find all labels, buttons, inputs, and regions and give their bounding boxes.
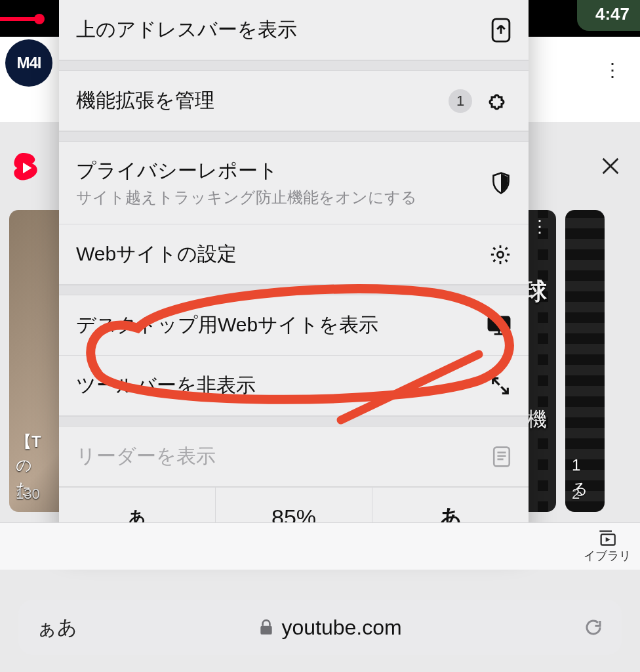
menu-item-hide-toolbar[interactable]: ツールバーを非表示: [59, 356, 529, 416]
svg-point-1: [497, 251, 503, 257]
puzzle-icon: [488, 89, 511, 113]
svg-rect-5: [261, 626, 272, 635]
shield-icon: [490, 171, 511, 195]
thumb-views: 2: [572, 486, 580, 503]
expand-arrows-icon: [489, 375, 511, 397]
thumb-views: 130: [16, 486, 40, 503]
menu-item-label: 上のアドレスバーを表示: [76, 16, 297, 43]
safari-address-bar[interactable]: ぁあ youtube.com: [18, 600, 622, 655]
menu-item-privacy-report[interactable]: プライバシーレポート サイト越えトラッキング防止機能をオンにする: [59, 142, 529, 224]
youtube-bottom-tab-bar: イブラリ: [0, 522, 640, 570]
channel-avatar[interactable]: M4I: [5, 39, 52, 87]
menu-item-sublabel: サイト越えトラッキング防止機能をオンにする: [76, 187, 417, 208]
safari-address-area: ぁあ youtube.com: [0, 583, 640, 672]
lock-icon: [259, 619, 273, 636]
menu-separator: [59, 416, 529, 427]
close-icon[interactable]: [599, 155, 622, 177]
reload-icon[interactable]: [584, 618, 603, 637]
menu-item-show-top-address-bar[interactable]: 上のアドレスバーを表示: [59, 0, 529, 60]
shorts-icon[interactable]: [13, 152, 39, 184]
more-vert-icon[interactable]: ⋮: [603, 59, 622, 81]
menu-item-label: Webサイトの設定: [76, 241, 237, 268]
menu-item-label: リーダーを表示: [76, 443, 216, 470]
menu-item-label: デスクトップ用Webサイトを表示: [76, 312, 378, 339]
menu-item-website-settings[interactable]: Webサイトの設定: [59, 224, 529, 285]
aa-button[interactable]: ぁあ: [37, 614, 77, 641]
address-domain[interactable]: youtube.com: [89, 616, 572, 640]
menu-item-label: ツールバーを非表示: [76, 372, 256, 399]
menu-separator: [59, 285, 529, 295]
svg-rect-2: [489, 316, 510, 329]
menu-separator: [59, 60, 529, 71]
menu-item-label: プライバシーレポート: [76, 158, 417, 184]
video-progress: [0, 17, 39, 21]
gear-icon: [489, 243, 511, 266]
menu-item-request-desktop-site[interactable]: デスクトップ用Webサイトを表示: [59, 295, 529, 356]
tab-library[interactable]: イブラリ: [584, 530, 631, 564]
desktop-icon: [487, 315, 511, 336]
menu-item-label: 機能拡張を管理: [76, 87, 214, 114]
reader-icon: [492, 446, 511, 468]
menu-separator: [59, 131, 529, 142]
extensions-count-badge: 1: [449, 89, 472, 113]
menu-item-show-reader: リーダーを表示: [59, 427, 529, 487]
status-time: 4:47: [577, 0, 640, 31]
short-thumb[interactable]: 1 る 2: [565, 210, 605, 512]
aa-menu-popover: 上のアドレスバーを表示 機能拡張を管理 1 プライバシーレポート サイト越えトラ…: [59, 0, 529, 547]
domain-text: youtube.com: [281, 616, 401, 640]
more-vert-icon[interactable]: ⋮: [531, 217, 548, 237]
tab-label: イブラリ: [584, 548, 631, 564]
menu-item-manage-extensions[interactable]: 機能拡張を管理 1: [59, 71, 529, 131]
thumb-title-fragment: 1: [572, 455, 598, 475]
address-bar-top-icon: [490, 17, 511, 43]
